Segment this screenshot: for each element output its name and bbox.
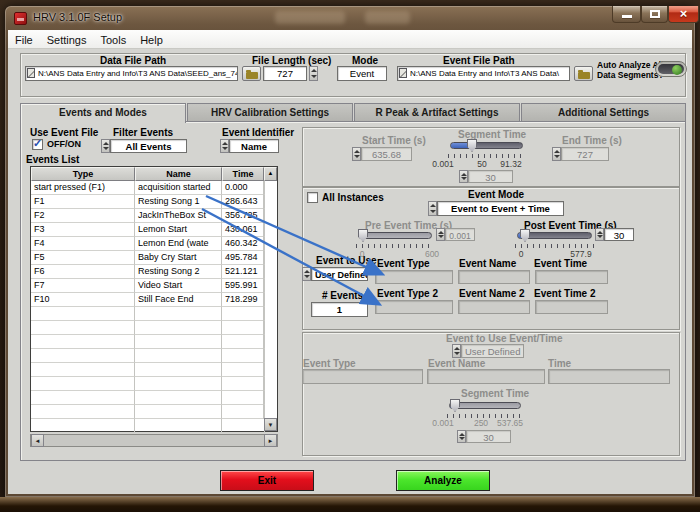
event-identifier-value[interactable]: Name	[229, 139, 279, 153]
scroll-down-icon[interactable]: ▼	[264, 418, 277, 431]
table-cell[interactable]: Resting Song 1	[135, 195, 222, 209]
tab-additional-settings[interactable]: Additional Settings	[521, 103, 686, 122]
menu-item-settings[interactable]: Settings	[40, 31, 94, 50]
table-cell[interactable]: F5	[31, 251, 135, 265]
menu-item-tools[interactable]: Tools	[93, 31, 133, 50]
table-cell[interactable]	[222, 349, 265, 363]
table-cell[interactable]: 430.061	[222, 223, 265, 237]
table-cell[interactable]	[222, 391, 265, 405]
table-cell[interactable]	[135, 419, 222, 433]
scroll-up-icon[interactable]: ▲	[264, 167, 277, 181]
table-cell[interactable]: 595.991	[222, 279, 265, 293]
mode-value[interactable]: Event	[337, 66, 387, 81]
table-row[interactable]	[31, 419, 265, 433]
column-header-type[interactable]: Type	[31, 167, 135, 181]
table-cell[interactable]	[135, 307, 222, 321]
minimize-button[interactable]	[612, 6, 641, 23]
table-row[interactable]: F5Baby Cry Start495.784	[31, 251, 265, 265]
off-on-checkbox[interactable]: ✓	[32, 139, 43, 150]
filter-events-spinner[interactable]	[101, 139, 110, 153]
table-cell[interactable]: F6	[31, 265, 135, 279]
table-cell[interactable]: 460.342	[222, 237, 265, 251]
table-cell[interactable]	[31, 391, 135, 405]
table-row[interactable]	[31, 307, 265, 321]
table-row[interactable]: F10Still Face End718.299	[31, 293, 265, 307]
table-cell[interactable]: 356.725	[222, 209, 265, 223]
table-cell[interactable]: 718.299	[222, 293, 265, 307]
tab-r-peak-artifact-settings[interactable]: R Peak & Artifact Settings	[354, 103, 520, 122]
column-header-name[interactable]: Name	[135, 167, 222, 181]
table-row[interactable]: F4Lemon End (wate460.342	[31, 237, 265, 251]
table-cell[interactable]	[31, 405, 135, 419]
post-event-value[interactable]: 30	[604, 228, 634, 241]
table-row[interactable]: F6Resting Song 2521.121	[31, 265, 265, 279]
table-cell[interactable]	[135, 349, 222, 363]
num-events-value[interactable]: 1	[311, 302, 368, 317]
table-row[interactable]	[31, 405, 265, 419]
event-identifier-spinner[interactable]	[220, 139, 229, 153]
table-cell[interactable]: Baby Cry Start	[135, 251, 222, 265]
table-row[interactable]	[31, 349, 265, 363]
segment-time-slider[interactable]	[450, 139, 523, 152]
table-cell[interactable]	[135, 335, 222, 349]
table-row[interactable]	[31, 335, 265, 349]
tab-events-and-modes[interactable]: Events and Modes	[20, 103, 186, 123]
filter-events-value[interactable]: All Events	[110, 139, 187, 153]
browse-data-path-button[interactable]	[242, 66, 261, 81]
table-row[interactable]	[31, 321, 265, 335]
table-cell[interactable]: JackInTheBox St	[135, 209, 222, 223]
browse-event-path-button[interactable]	[574, 66, 593, 81]
table-cell[interactable]	[135, 405, 222, 419]
table-row[interactable]: F2JackInTheBox St356.725	[31, 209, 265, 223]
table-cell[interactable]	[135, 377, 222, 391]
table-row[interactable]: start pressed (F1)acquisition started0.0…	[31, 181, 265, 195]
table-cell[interactable]: Resting Song 2	[135, 265, 222, 279]
exit-button[interactable]: Exit	[220, 470, 314, 491]
table-row[interactable]	[31, 391, 265, 405]
column-header-time[interactable]: Time	[222, 167, 264, 181]
table-cell[interactable]	[31, 335, 135, 349]
slider-thumb[interactable]	[520, 229, 530, 242]
slider-thumb[interactable]	[467, 139, 477, 152]
table-cell[interactable]: start pressed (F1)	[31, 181, 135, 195]
table-cell[interactable]: 521.121	[222, 265, 265, 279]
table-row[interactable]	[31, 377, 265, 391]
table-cell[interactable]	[31, 349, 135, 363]
table-cell[interactable]: Still Face End	[135, 293, 222, 307]
event-to-use-spinner[interactable]	[302, 267, 311, 281]
close-button[interactable]: ×	[668, 6, 699, 23]
table-row[interactable]: F7Video Start595.991	[31, 279, 265, 293]
table-cell[interactable]: 286.643	[222, 195, 265, 209]
table-row[interactable]: F3Lemon Start430.061	[31, 223, 265, 237]
scroll-right-icon[interactable]: ►	[264, 434, 277, 447]
table-cell[interactable]	[31, 377, 135, 391]
table-vscroll-track[interactable]	[263, 181, 264, 419]
data-file-path-input[interactable]: N:\ANS Data Entry and Info\T3 ANS Data\S…	[25, 66, 238, 81]
table-cell[interactable]	[31, 307, 135, 321]
tab-hrv-calibration-settings[interactable]: HRV Calibration Settings	[187, 103, 353, 122]
table-cell[interactable]: 0.000	[222, 181, 265, 195]
table-cell[interactable]	[31, 363, 135, 377]
table-cell[interactable]	[31, 321, 135, 335]
menu-item-help[interactable]: Help	[133, 31, 170, 50]
menu-item-file[interactable]: File	[8, 31, 40, 50]
table-cell[interactable]: Lemon Start	[135, 223, 222, 237]
maximize-button[interactable]	[641, 6, 668, 23]
table-cell[interactable]	[135, 391, 222, 405]
table-cell[interactable]	[222, 321, 265, 335]
auto-analyze-toggle[interactable]	[655, 61, 687, 77]
table-cell[interactable]: acquisition started	[135, 181, 222, 195]
table-cell[interactable]	[222, 419, 265, 433]
post-event-spinner[interactable]	[595, 228, 604, 241]
table-cell[interactable]: F3	[31, 223, 135, 237]
table-cell[interactable]: F2	[31, 209, 135, 223]
table-cell[interactable]: F10	[31, 293, 135, 307]
all-instances-checkbox[interactable]	[307, 192, 318, 203]
file-length-value[interactable]: 727	[263, 66, 307, 81]
table-cell[interactable]: Video Start	[135, 279, 222, 293]
table-row[interactable]: F1Resting Song 1286.643	[31, 195, 265, 209]
table-cell[interactable]	[222, 307, 265, 321]
event-mode-value[interactable]: Event to Event + Time	[437, 201, 564, 216]
event-mode-spinner[interactable]	[428, 201, 437, 216]
table-cell[interactable]: 495.784	[222, 251, 265, 265]
